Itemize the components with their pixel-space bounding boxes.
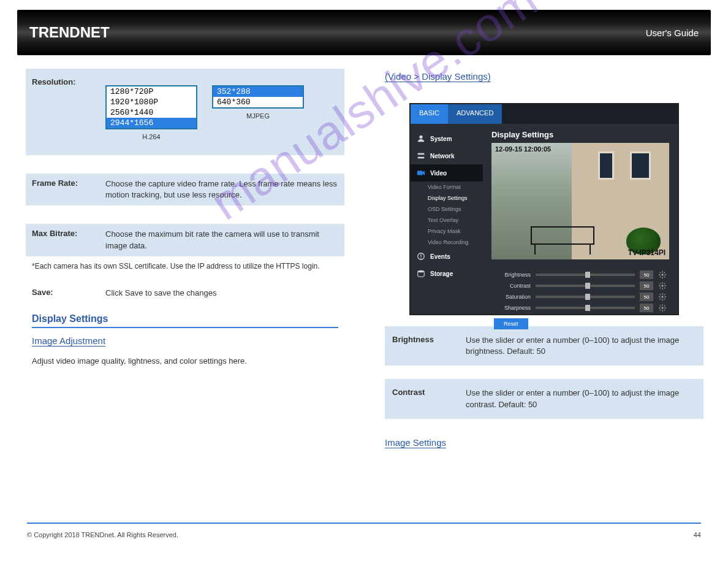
tab-basic[interactable]: BASIC [411, 104, 448, 124]
preview-model: TV-IP314PI [628, 248, 665, 257]
framerate-key: Frame Rate: [32, 178, 105, 201]
device-main-title: Display Settings [491, 130, 669, 139]
resolution-row: Resolution: 1280*720P 1920*1080P 2560*14… [26, 69, 344, 155]
slider-value[interactable]: 50 [640, 282, 653, 290]
page-body: Resolution: 1280*720P 1920*1080P 2560*14… [17, 55, 711, 563]
slider-value[interactable]: 50 [640, 270, 653, 279]
slider-panel: Brightness 50 Contrast 50 Satura [491, 266, 669, 337]
slider-label: Contrast [494, 283, 531, 289]
sidebar-sub-osd-settings[interactable]: OSD Settings [411, 204, 483, 215]
saturation-slider[interactable] [536, 296, 635, 298]
svg-rect-2 [418, 157, 425, 159]
svg-point-0 [419, 136, 422, 139]
h264-sublabel: H.264 [105, 133, 197, 140]
sidebar-item-storage[interactable]: Storage [411, 265, 483, 282]
framerate-val: Choose the capture video frame rate. Les… [105, 178, 338, 201]
footer-rule [27, 523, 701, 524]
contrast-key: Contrast [392, 388, 466, 410]
storage-icon [417, 269, 425, 278]
brightness-val: Use the slider or enter a number (0–100)… [466, 335, 696, 357]
slider-value[interactable]: 50 [640, 304, 653, 312]
ssl-note: *Each camera has its own SSL certificate… [32, 261, 338, 272]
save-row: Save: Click Save to save the changes [26, 284, 344, 302]
brightness-key: Brightness [392, 335, 466, 357]
res-opt[interactable]: 640*360 [213, 97, 303, 107]
svg-rect-3 [417, 171, 423, 175]
contrast-slider[interactable] [536, 285, 635, 287]
footer-copyright: © Copyright 2018 TRENDnet. All Rights Re… [27, 531, 178, 538]
sharpness-slider[interactable] [536, 307, 635, 309]
resolution-h264-list[interactable]: 1280*720P 1920*1080P 2560*1440 2944*1656 [105, 85, 197, 129]
sidebar-sub-privacy-mask[interactable]: Privacy Mask [411, 226, 483, 237]
brightness-slider[interactable] [536, 274, 635, 276]
sidebar-sub-text-overlay[interactable]: Text Overlay [411, 215, 483, 226]
svg-point-10 [661, 285, 664, 287]
sidebar-sub-video-format[interactable]: Video Format [411, 182, 483, 193]
slider-row-contrast: Contrast 50 [494, 282, 667, 290]
video-display-settings-link[interactable]: (Video > Display Settings) [385, 71, 491, 82]
system-icon [417, 134, 425, 143]
slider-knob[interactable] [585, 283, 590, 289]
res-opt[interactable]: 2560*1440 [107, 107, 196, 118]
header-subtitle: User's Guide [646, 28, 699, 38]
slider-label: Brightness [494, 272, 531, 278]
image-adjustment-link[interactable]: Image Adjustment [32, 335, 105, 347]
svg-point-9 [661, 274, 664, 276]
device-tabs: BASIC ADVANCED [411, 104, 678, 124]
tab-advanced[interactable]: ADVANCED [448, 104, 502, 124]
footer-page-number: 44 [694, 531, 701, 538]
slider-knob[interactable] [585, 305, 590, 311]
res-opt[interactable]: 1920*1080P [107, 97, 196, 107]
reset-button[interactable]: Reset [494, 318, 528, 329]
preview-timestamp: 12-09-15 12:00:05 [495, 145, 551, 153]
slider-value[interactable]: 50 [640, 293, 653, 301]
res-opt[interactable]: 1280*720P [107, 86, 196, 97]
contrast-val: Use the slider or enter a number (0–100)… [466, 388, 696, 410]
sidebar-item-events[interactable]: Events [411, 248, 483, 265]
contrast-row: Contrast Use the slider or enter a numbe… [385, 379, 703, 418]
svg-point-12 [661, 307, 664, 309]
sidebar-item-system[interactable]: System [411, 130, 483, 147]
sidebar-label: System [430, 136, 452, 142]
svg-marker-4 [423, 171, 425, 175]
slider-knob[interactable] [585, 294, 590, 300]
image-settings-link[interactable]: Image Settings [385, 437, 446, 448]
svg-rect-6 [420, 255, 421, 257]
svg-rect-7 [420, 258, 421, 258]
resolution-mjpeg-list[interactable]: 352*288 640*360 [212, 85, 304, 109]
sidebar-item-network[interactable]: Network [411, 147, 483, 164]
slider-label: Sharpness [494, 305, 531, 311]
image-adjustment-body: Adjust video image quality, lightness, a… [32, 355, 338, 367]
sidebar-sub-display-settings[interactable]: Display Settings [411, 193, 483, 204]
gear-icon[interactable] [658, 304, 667, 312]
left-column: Resolution: 1280*720P 1920*1080P 2560*14… [26, 69, 344, 378]
device-main: Display Settings 12-09-15 12:00:05 TV-IP… [483, 124, 678, 314]
svg-point-8 [418, 270, 425, 273]
svg-rect-1 [418, 153, 425, 155]
save-val: Click Save to save the changes [105, 288, 338, 299]
slider-row-brightness: Brightness 50 [494, 270, 667, 279]
bitrate-row: Max Bitrate: Choose the maximum bit rate… [26, 224, 344, 256]
slider-knob[interactable] [585, 272, 590, 278]
right-column: (Video > Display Settings) BASIC ADVANCE… [385, 69, 703, 454]
display-settings-heading: Display Settings [32, 311, 338, 328]
house-window [630, 151, 651, 180]
sidebar-label: Events [430, 253, 450, 260]
sidebar-item-video[interactable]: Video [411, 164, 483, 182]
sidebar-label: Network [430, 153, 454, 159]
framerate-row: Frame Rate: Choose the capture video fra… [26, 174, 344, 205]
embedded-device-screenshot: BASIC ADVANCED System Network Video [409, 103, 679, 315]
device-sidebar: System Network Video Video Format Displa… [411, 124, 483, 314]
sidebar-sub-video-recording[interactable]: Video Recording [411, 237, 483, 248]
gear-icon[interactable] [658, 270, 667, 279]
sidebar-label: Video [430, 170, 447, 177]
gear-icon[interactable] [658, 293, 667, 301]
bench [531, 226, 594, 245]
res-opt-selected[interactable]: 352*288 [213, 86, 303, 97]
mjpeg-sublabel: MJPEG [212, 112, 304, 120]
res-opt-selected[interactable]: 2944*1656 [107, 118, 196, 128]
bitrate-key: Max Bitrate: [32, 229, 105, 251]
slider-label: Saturation [494, 294, 531, 300]
gear-icon[interactable] [658, 282, 667, 290]
sidebar-label: Storage [430, 270, 453, 277]
